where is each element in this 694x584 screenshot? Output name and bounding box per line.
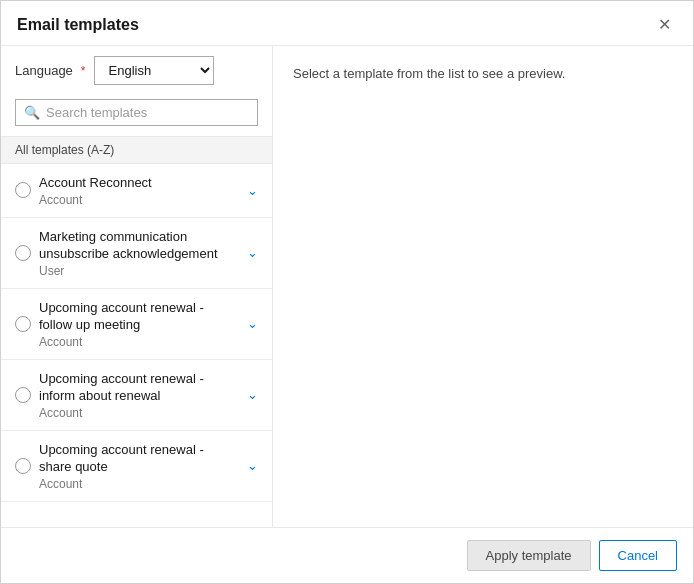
template-item[interactable]: Marketing communication unsubscribe ackn… — [1, 218, 272, 289]
close-button[interactable]: ✕ — [652, 15, 677, 35]
dialog-footer: Apply template Cancel — [1, 527, 693, 583]
template-radio[interactable] — [15, 245, 31, 261]
template-info: Upcoming account renewal - share quoteAc… — [39, 441, 239, 491]
template-info: Account ReconnectAccount — [39, 174, 239, 207]
template-item[interactable]: Upcoming account renewal - share quoteAc… — [1, 431, 272, 502]
search-input[interactable] — [46, 105, 249, 120]
chevron-down-icon[interactable]: ⌄ — [247, 458, 258, 473]
template-name: Upcoming account renewal - inform about … — [39, 370, 239, 405]
template-name: Marketing communication unsubscribe ackn… — [39, 228, 239, 263]
template-item[interactable]: Upcoming account renewal - inform about … — [1, 360, 272, 431]
language-label: Language — [15, 63, 73, 78]
template-radio[interactable] — [15, 316, 31, 332]
search-row: 🔍 — [1, 95, 272, 136]
template-item[interactable]: Account ReconnectAccount⌄ — [1, 164, 272, 218]
list-header: All templates (A-Z) — [1, 136, 272, 164]
template-list: Account ReconnectAccount⌄Marketing commu… — [1, 164, 272, 527]
template-category: Account — [39, 406, 239, 420]
language-row: Language * English — [1, 46, 272, 95]
email-templates-dialog: Email templates ✕ Language * English 🔍 A… — [0, 0, 694, 584]
template-item[interactable]: Upcoming account renewal - follow up mee… — [1, 289, 272, 360]
template-name: Upcoming account renewal - share quote — [39, 441, 239, 476]
template-name: Upcoming account renewal - follow up mee… — [39, 299, 239, 334]
language-select[interactable]: English — [94, 56, 214, 85]
template-name: Account Reconnect — [39, 174, 239, 192]
template-radio[interactable] — [15, 458, 31, 474]
apply-template-button[interactable]: Apply template — [467, 540, 591, 571]
search-box: 🔍 — [15, 99, 258, 126]
template-info: Upcoming account renewal - follow up mee… — [39, 299, 239, 349]
template-category: Account — [39, 193, 239, 207]
chevron-down-icon[interactable]: ⌄ — [247, 183, 258, 198]
chevron-down-icon[interactable]: ⌄ — [247, 387, 258, 402]
chevron-down-icon[interactable]: ⌄ — [247, 316, 258, 331]
template-category: Account — [39, 335, 239, 349]
template-info: Upcoming account renewal - inform about … — [39, 370, 239, 420]
search-icon: 🔍 — [24, 105, 40, 120]
template-radio[interactable] — [15, 387, 31, 403]
dialog-title: Email templates — [17, 16, 139, 34]
template-radio[interactable] — [15, 182, 31, 198]
right-panel: Select a template from the list to see a… — [273, 46, 693, 527]
cancel-button[interactable]: Cancel — [599, 540, 677, 571]
preview-placeholder-text: Select a template from the list to see a… — [293, 66, 565, 81]
required-star: * — [81, 64, 86, 78]
dialog-body: Language * English 🔍 All templates (A-Z)… — [1, 46, 693, 527]
template-category: Account — [39, 477, 239, 491]
template-info: Marketing communication unsubscribe ackn… — [39, 228, 239, 278]
template-category: User — [39, 264, 239, 278]
dialog-header: Email templates ✕ — [1, 1, 693, 46]
left-panel: Language * English 🔍 All templates (A-Z)… — [1, 46, 273, 527]
chevron-down-icon[interactable]: ⌄ — [247, 245, 258, 260]
